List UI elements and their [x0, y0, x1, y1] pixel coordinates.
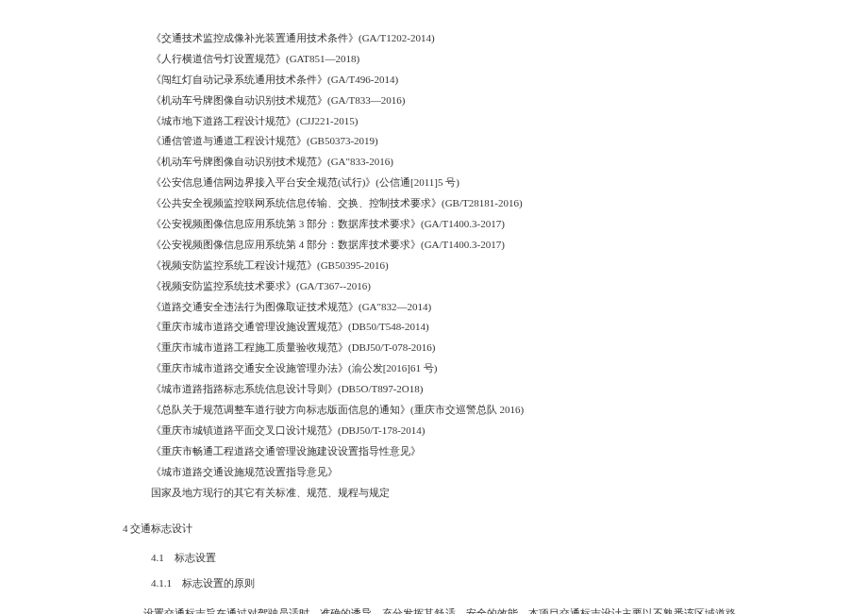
standard-item: 《闯红灯自动记录系统通用技术条件》(GA/T496-2014)	[151, 70, 736, 90]
subsubsection-title-text: 标志设置的原则	[182, 577, 255, 589]
standard-item: 《总队关于规范调整车道行驶方向标志版面信息的通知》(重庆市交巡警总队 2016)	[151, 400, 736, 420]
subsection-heading: 4.1 标志设置	[151, 548, 736, 568]
standard-item: 《交通技术监控成像补光装置通用技术条件》(GA/T1202-2014)	[151, 28, 736, 48]
standard-item: 《重庆市城市道路交通管理设施设置规范》(DB50/T548-2014)	[151, 317, 736, 337]
standard-item: 《公安信息通信网边界接入平台安全规范(试行)》(公信通[2011]5 号)	[151, 173, 736, 192]
standard-item: 《人行横道信号灯设置规范》(GAT851—2018)	[151, 49, 736, 69]
body-paragraph: 设置交通标志旨在通过对驾驶员适时、准确的诱导，充分发挥其舒适、安全的效能。本项目…	[123, 603, 736, 614]
standard-item: 《城市道路指路标志系统信息设计导则》(DB5O/T897-2O18)	[151, 379, 736, 399]
standard-item: 《重庆市城镇道路平面交叉口设计规范》(DBJ50/T-178-2014)	[151, 421, 736, 440]
standard-item: 《重庆市畅通工程道路交通管理设施建设设置指导性意见》	[151, 441, 736, 461]
standard-item: 《视频安防监控系统工程设计规范》(GB50395-2016)	[151, 256, 736, 275]
standard-item: 《通信管道与通道工程设计规范》(GB50373-2019)	[151, 131, 736, 151]
standard-item: 《机动车号牌图像自动识别技术规范》(GA/T833—2016)	[151, 91, 736, 110]
subsection-title-text: 标志设置	[175, 552, 216, 563]
standard-item: 《机动车号牌图像自动识别技术规范》(GA"833-2016)	[151, 152, 736, 172]
subsubsection-number: 4.1.1	[151, 577, 172, 589]
standard-item: 《公安视频图像信息应用系统第 4 部分：数据库技术要求》(GA/T1400.3-…	[151, 235, 736, 255]
standard-item: 《公安视频图像信息应用系统第 3 部分：数据库技术要求》(GA/T1400.3-…	[151, 214, 736, 234]
standard-item: 国家及地方现行的其它有关标准、规范、规程与规定	[151, 483, 736, 503]
section-title-text: 交通标志设计	[130, 523, 192, 534]
standard-item: 《道路交通安全违法行为图像取证技术规范》(GA"832—2014)	[151, 297, 736, 317]
subsection-number: 4.1	[151, 552, 164, 563]
standard-item: 《重庆市城市道路工程施工质量验收规范》(DBJ50/T-078-2016)	[151, 338, 736, 357]
standard-item: 《城市道路交通设施规范设置指导意见》	[151, 462, 736, 482]
subsubsection-heading: 4.1.1 标志设置的原则	[151, 573, 736, 593]
standard-item: 《视频安防监控系统技术要求》(GA/T367--2016)	[151, 276, 736, 296]
standard-item: 《重庆市城市道路交通安全设施管理办法》(渝公发[2016]61 号)	[151, 358, 736, 378]
section-number: 4	[123, 523, 128, 534]
standard-item: 《城市地下道路工程设计规范》(CJJ221-2015)	[151, 111, 736, 131]
standards-list: 《交通技术监控成像补光装置通用技术条件》(GA/T1202-2014) 《人行横…	[151, 28, 736, 502]
section-heading: 4 交通标志设计	[123, 519, 736, 539]
standard-item: 《公共安全视频监控联网系统信息传输、交换、控制技术要求》(GB/T28181-2…	[151, 193, 736, 213]
